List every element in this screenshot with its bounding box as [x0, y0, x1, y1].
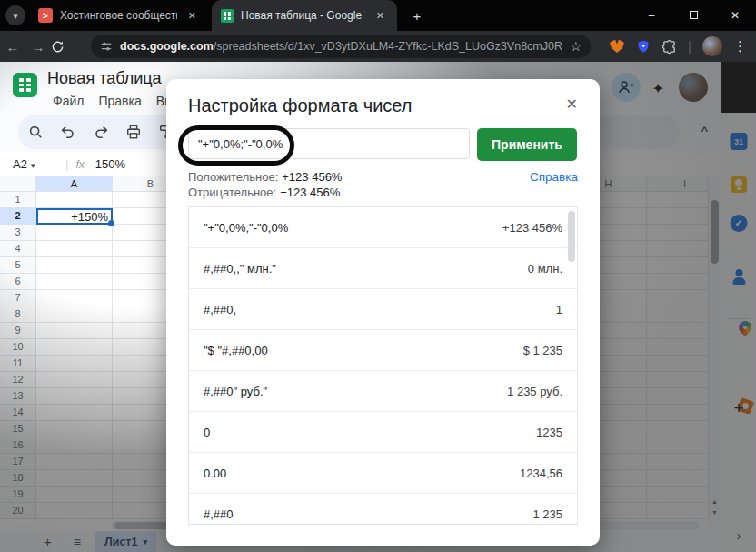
select-all-corner[interactable]: [0, 176, 36, 192]
cell-I1[interactable]: [647, 192, 708, 208]
keep-icon[interactable]: [731, 176, 747, 193]
tab-close-icon[interactable]: ✕: [184, 8, 200, 24]
scroll-down-icon[interactable]: ▼: [709, 509, 721, 516]
format-option[interactable]: #,##0" руб."1 235 руб.: [189, 371, 577, 412]
vertical-scrollbar[interactable]: ▲ ▼: [708, 176, 720, 519]
fill-handle[interactable]: [108, 220, 114, 226]
contacts-icon[interactable]: [731, 268, 748, 286]
cell-I9[interactable]: [647, 323, 708, 339]
row-header-4[interactable]: 4: [0, 241, 36, 257]
cell-I11[interactable]: [647, 356, 708, 372]
cell-A16[interactable]: [36, 437, 113, 454]
row-header-11[interactable]: 11: [0, 356, 36, 372]
format-option[interactable]: "+"0,0%;"-"0,0%+123 456%: [189, 207, 577, 248]
row-header-1[interactable]: 1: [0, 192, 36, 208]
list-scrollbar-thumb[interactable]: [568, 211, 575, 262]
row-header-19[interactable]: 19: [0, 487, 36, 503]
sheets-logo-icon[interactable]: [13, 73, 37, 97]
row-header-3[interactable]: 3: [0, 225, 36, 241]
row-header-8[interactable]: 8: [0, 306, 36, 323]
cell-I10[interactable]: [647, 339, 708, 356]
row-header-6[interactable]: 6: [0, 274, 36, 290]
cell-A18[interactable]: [36, 470, 113, 487]
cell-A3[interactable]: [36, 225, 113, 241]
row-header-9[interactable]: 9: [0, 323, 36, 339]
cell-A13[interactable]: [36, 388, 113, 405]
search-icon[interactable]: [27, 124, 44, 140]
browser-tab-sheets[interactable]: Новая таблица - Google Табли ✕: [212, 0, 397, 31]
row-header-20[interactable]: 20: [0, 503, 36, 519]
format-option[interactable]: 0.001234,56: [189, 453, 577, 494]
apply-button[interactable]: Применить: [477, 128, 577, 161]
cell-A10[interactable]: [36, 339, 113, 356]
metamask-icon[interactable]: [609, 38, 625, 55]
row-header-7[interactable]: 7: [0, 290, 36, 306]
cell-A14[interactable]: [36, 405, 113, 421]
cell-A15[interactable]: [36, 421, 113, 437]
cell-I15[interactable]: [647, 421, 708, 437]
cell-A11[interactable]: [36, 356, 113, 372]
row-header-10[interactable]: 10: [0, 339, 36, 356]
back-icon[interactable]: ←: [0, 39, 25, 55]
minimize-button[interactable]: –: [631, 9, 672, 22]
format-option[interactable]: #,##0,," млн."0 млн.: [189, 248, 577, 289]
close-window-button[interactable]: ✕: [714, 9, 756, 22]
bookmark-star-icon[interactable]: ☆: [570, 39, 582, 54]
menu-правка[interactable]: Правка: [91, 92, 148, 110]
row-header-17[interactable]: 17: [0, 454, 36, 470]
row-header-18[interactable]: 18: [0, 470, 36, 487]
format-option[interactable]: #,##0,1: [189, 289, 577, 330]
new-tab-button[interactable]: +: [408, 6, 426, 25]
name-box[interactable]: A2▾: [0, 157, 53, 171]
cell-A1[interactable]: [36, 192, 113, 208]
vertical-scrollbar-thumb[interactable]: [711, 200, 719, 264]
site-info-icon[interactable]: [100, 40, 113, 53]
redo-icon[interactable]: [93, 124, 109, 140]
hide-side-panel-icon[interactable]: ›: [737, 528, 741, 543]
shield-extension-icon[interactable]: [636, 39, 651, 55]
browser-profile-avatar[interactable]: [702, 36, 722, 56]
cell-A8[interactable]: [36, 306, 113, 323]
cell-I4[interactable]: [647, 241, 708, 257]
row-header-2[interactable]: 2: [0, 208, 36, 225]
collapse-toolbar-icon[interactable]: ^: [701, 124, 708, 137]
format-input[interactable]: [188, 128, 470, 159]
formula-input[interactable]: 150%: [95, 157, 125, 171]
browser-tab-hosting[interactable]: > Хостинговое сообщество «Tim ✕: [29, 0, 209, 31]
column-header-I[interactable]: I: [647, 176, 708, 192]
dialog-close-icon[interactable]: ✕: [564, 94, 580, 115]
cell-A4[interactable]: [36, 241, 113, 257]
add-icon[interactable]: +: [733, 398, 743, 418]
cell-I3[interactable]: [647, 225, 708, 241]
extensions-puzzle-icon[interactable]: [662, 39, 677, 55]
row-header-5[interactable]: 5: [0, 257, 36, 274]
format-option[interactable]: 01235: [189, 412, 577, 453]
cell-A17[interactable]: [36, 454, 113, 470]
browser-menu-icon[interactable]: ⋮: [733, 38, 747, 55]
share-button[interactable]: [612, 73, 641, 102]
cell-I5[interactable]: [647, 257, 708, 274]
maximize-button[interactable]: [672, 9, 714, 22]
document-title[interactable]: Новая таблица: [47, 69, 162, 88]
row-header-16[interactable]: 16: [0, 437, 36, 454]
cell-I7[interactable]: [647, 290, 708, 306]
gemini-sparkle-icon[interactable]: ✦: [652, 80, 664, 97]
all-sheets-menu-icon[interactable]: ≡: [74, 535, 81, 549]
forward-icon[interactable]: →: [25, 39, 51, 55]
cell-I8[interactable]: [647, 306, 708, 323]
reload-icon[interactable]: [51, 40, 76, 54]
cell-I13[interactable]: [647, 388, 708, 405]
account-avatar[interactable]: [679, 73, 708, 102]
cell-I19[interactable]: [647, 487, 708, 503]
scroll-up-icon[interactable]: ▲: [709, 498, 721, 505]
cell-I14[interactable]: [647, 405, 708, 421]
sheet-tab[interactable]: Лист1 ▾: [95, 531, 156, 552]
tab-close-icon[interactable]: ✕: [373, 8, 388, 24]
calendar-icon[interactable]: 31: [731, 133, 748, 150]
add-sheet-button[interactable]: +: [44, 534, 52, 549]
help-link[interactable]: Справка: [530, 170, 578, 184]
row-header-14[interactable]: 14: [0, 405, 36, 421]
cell-I20[interactable]: [647, 503, 708, 519]
cell-A5[interactable]: [36, 257, 113, 274]
column-header-A[interactable]: A: [36, 176, 113, 192]
